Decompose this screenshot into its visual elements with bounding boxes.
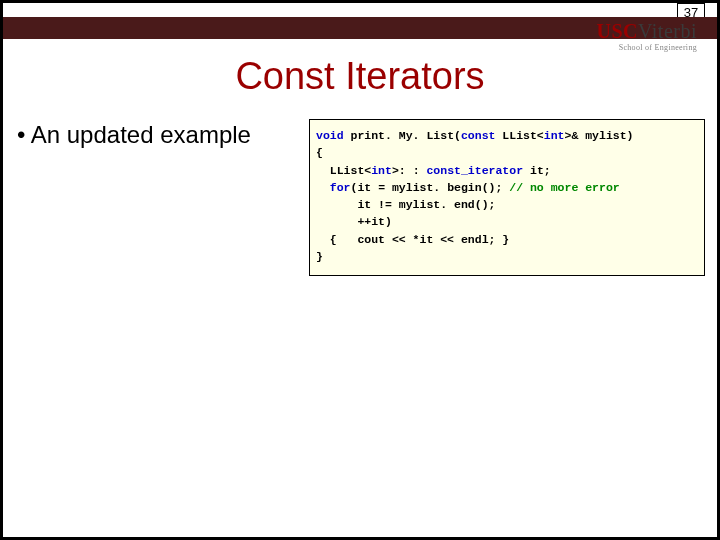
slide: 37 USCViterbi School of Engineering Cons…	[3, 3, 717, 537]
code-txt: >: :	[392, 164, 427, 177]
code-txt: { cout << *it << endl; }	[316, 233, 509, 246]
code-comment: // no more error	[509, 181, 619, 194]
code-kw: const_iterator	[426, 164, 523, 177]
code-txt: print. My. List(	[344, 129, 461, 142]
code-kw: for	[330, 181, 351, 194]
slide-title: Const Iterators	[3, 55, 717, 98]
code-kw: void	[316, 129, 344, 142]
usc-viterbi-logo: USCViterbi School of Engineering	[597, 21, 697, 52]
logo-viterbi-text: Viterbi	[638, 20, 697, 42]
code-block: void print. My. List(const LList<int>& m…	[309, 119, 705, 276]
code-txt: ++it)	[316, 215, 392, 228]
code-txt: }	[316, 250, 323, 263]
code-txt: it;	[523, 164, 551, 177]
code-txt: LList<	[316, 164, 371, 177]
code-kw: int	[371, 164, 392, 177]
code-txt: it != mylist. end();	[316, 198, 495, 211]
code-txt: (it = mylist. begin();	[351, 181, 510, 194]
bullet-point: An updated example	[17, 121, 251, 149]
code-kw: int	[544, 129, 565, 142]
code-kw: const	[461, 129, 496, 142]
code-txt	[316, 181, 330, 194]
logo-main: USCViterbi	[597, 21, 697, 41]
code-txt: LList<	[495, 129, 543, 142]
code-txt: >& mylist)	[564, 129, 633, 142]
logo-usc-text: USC	[597, 20, 639, 42]
bullet-text: An updated example	[31, 121, 251, 148]
logo-sub-text: School of Engineering	[597, 44, 697, 52]
code-txt: {	[316, 146, 323, 159]
